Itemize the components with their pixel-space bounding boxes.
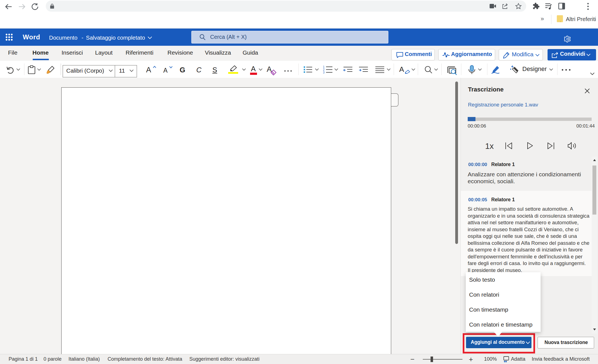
svg-text:3: 3	[323, 71, 325, 74]
